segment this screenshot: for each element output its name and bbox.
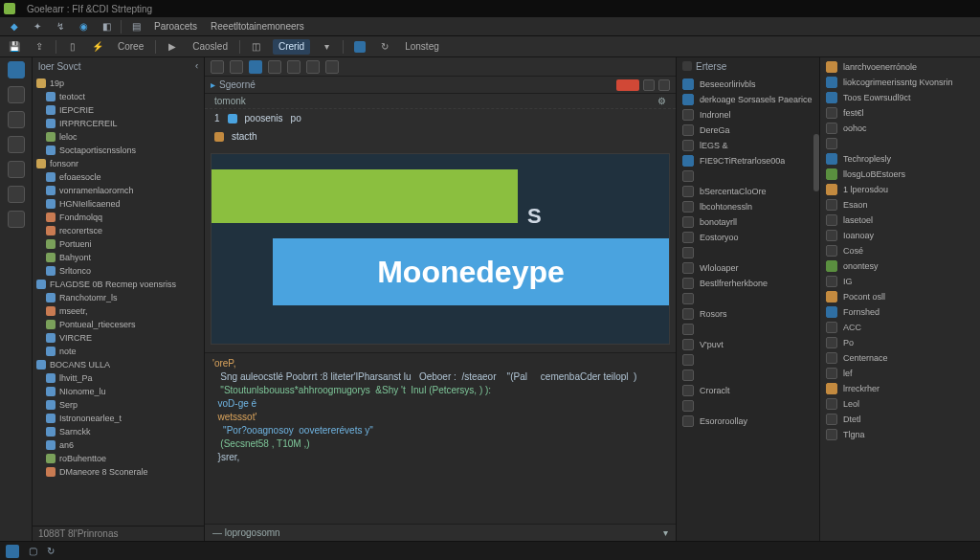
outline-item[interactable]: Esororoollay [677, 414, 819, 429]
tree-item[interactable]: Ranchotomr_ls [33, 291, 204, 304]
sq-icon[interactable] [351, 39, 368, 55]
outline-item[interactable]: Rosors [677, 306, 819, 322]
outline-item[interactable]: bonotayrll [677, 214, 819, 230]
inspector-item[interactable]: Tlgna [820, 427, 980, 442]
tree-item[interactable]: NIonome_lu [33, 385, 204, 398]
inspector-item[interactable]: Centernace [820, 350, 980, 366]
activity-7-icon[interactable] [8, 211, 25, 228]
tree-item[interactable]: an6 [33, 438, 204, 452]
tool-label-1[interactable]: Coree [114, 41, 147, 52]
ed-btn-7[interactable] [325, 60, 339, 74]
status-icon-1[interactable] [6, 545, 19, 558]
activity-search-icon[interactable] [8, 86, 25, 103]
inspector-item[interactable]: lasetoel [820, 213, 980, 228]
outline-item[interactable]: Croraclt [677, 383, 819, 398]
inspector-item[interactable] [820, 136, 980, 151]
tree-item[interactable]: Istrononearlee_t [33, 412, 204, 425]
tool-label-3[interactable]: Lonsteg [401, 41, 443, 52]
activity-scm-icon[interactable] [8, 111, 25, 128]
inspector-item[interactable]: Dtetl [820, 412, 980, 427]
outline-item[interactable] [677, 245, 819, 260]
code-editor[interactable]: 'oreP, Sng auleocstlé Poobrrt :8 liteter… [205, 352, 676, 524]
tree-item[interactable]: Bahyont [33, 251, 204, 264]
tree-item[interactable]: VIRCRE [33, 331, 204, 345]
menu-btn-1[interactable]: ✦ [27, 19, 48, 34]
inspector-item[interactable]: liokcogrimeerissntg Kvonsrin [820, 75, 980, 90]
run-icon[interactable]: ▶ [164, 39, 181, 55]
tree-item[interactable]: fonsonr [33, 157, 204, 170]
inspector-item[interactable]: 1 lperosdou [820, 182, 980, 197]
inspector-item[interactable]: Cosé [820, 243, 980, 258]
outline-list[interactable]: Beseeorlirivblsderkoage Sorsasels Paeari… [677, 75, 819, 541]
tree-item[interactable]: note [33, 345, 204, 358]
outline-item[interactable] [677, 291, 819, 306]
more-tab-icon[interactable] [658, 79, 670, 91]
outline-item[interactable]: lEGS & [677, 138, 819, 153]
outline-item[interactable]: Beseeorlirivbls [677, 77, 819, 92]
inspector-item[interactable]: Pocont osll [820, 289, 980, 304]
menu-btn-3[interactable]: ◉ [73, 19, 94, 34]
tree-item[interactable]: Pontueal_rtiecesers [33, 318, 204, 331]
outline-item[interactable]: derkoage Sorsasels Paearice [677, 92, 819, 107]
ed-btn-1[interactable] [211, 60, 224, 74]
tree-item[interactable]: vonramenlaorornch [33, 184, 204, 197]
inspector-item[interactable]: onontesy [820, 258, 980, 274]
tree-item[interactable]: Serp [33, 398, 204, 412]
outline-item[interactable]: FIE9CTiRetrarlose00a [677, 153, 819, 168]
gear-icon[interactable]: ⚙ [657, 96, 666, 106]
menu-btn-2[interactable]: ↯ [50, 19, 71, 34]
tree-item[interactable]: roBuhenttoe [33, 452, 204, 465]
inspector-item[interactable]: llosgLoBEstoers [820, 167, 980, 182]
activity-explorer-icon[interactable] [8, 61, 25, 78]
inspector-list[interactable]: lanrchvoenerrónoleliokcogrimeerissntg Kv… [820, 57, 980, 541]
activity-6-icon[interactable] [8, 186, 25, 203]
inspector-item[interactable]: Toos Eowrsudl9ct [820, 90, 980, 105]
cube-icon[interactable]: ◫ [248, 39, 265, 55]
tree-item[interactable]: recorertsce [33, 224, 204, 237]
inspector-item[interactable]: oohoc [820, 121, 980, 136]
outline-item[interactable]: Wloloaper [677, 260, 819, 276]
tab-name[interactable]: Sgeorné [219, 79, 256, 90]
tree-item[interactable]: teotoct [33, 90, 204, 103]
inspector-item[interactable]: lrreckrher [820, 381, 980, 396]
caret-icon[interactable]: ▾ [663, 527, 668, 538]
outline-item[interactable]: lbcohtonessln [677, 199, 819, 214]
inspector-item[interactable]: Fornshed [820, 304, 980, 320]
file-icon[interactable]: ▯ [64, 39, 81, 55]
inspector-item[interactable]: lanrchvoenerrónole [820, 59, 980, 75]
outline-item[interactable]: Indronel [677, 107, 819, 123]
close-tab-icon[interactable] [643, 79, 655, 91]
bolt-icon[interactable]: ⚡ [89, 39, 106, 55]
scrollbar-thumb[interactable] [813, 134, 819, 191]
outline-item[interactable]: DereGa [677, 123, 819, 138]
inspector-item[interactable]: ACC [820, 320, 980, 335]
inspector-item[interactable]: lef [820, 366, 980, 381]
menu-label-1[interactable]: Paroacets [148, 21, 203, 32]
tree-item[interactable]: Fondmolqq [33, 211, 204, 224]
ed-btn-4[interactable] [268, 60, 281, 74]
tree-item[interactable]: Sarnckk [33, 425, 204, 438]
inspector-item[interactable]: fest€l [820, 105, 980, 121]
inspector-item[interactable]: Po [820, 335, 980, 350]
tool-label-2[interactable]: Caosled [189, 41, 232, 52]
inspector-item[interactable]: Esaon [820, 197, 980, 213]
inspector-item[interactable]: IG [820, 274, 980, 289]
tree-item[interactable]: 19p [33, 77, 204, 90]
tree-item[interactable]: lhvitt_Pa [33, 371, 204, 385]
tree-item[interactable]: IRPRRCEREIL [33, 117, 204, 130]
preview-canvas[interactable]: S Moonedeype [211, 153, 670, 345]
tree-item[interactable]: IEPCRIE [33, 103, 204, 117]
outline-item[interactable] [677, 168, 819, 184]
export-icon[interactable]: ⇪ [31, 39, 48, 55]
inspector-item[interactable]: Ioanoay [820, 228, 980, 243]
outline-item[interactable]: Eostoryoo [677, 230, 819, 245]
outline-item[interactable] [677, 352, 819, 368]
activity-ext-icon[interactable] [8, 161, 25, 178]
outline-item[interactable]: bSercentaCloOre [677, 184, 819, 199]
outline-item[interactable]: Bestlfrerherkbone [677, 276, 819, 291]
explorer-tree[interactable]: 19pteotoctIEPCRIEIRPRRCEREILlelocSoctapo… [33, 75, 204, 526]
chevron-down-icon[interactable]: ▾ [318, 39, 335, 55]
refresh-icon[interactable]: ↻ [376, 39, 393, 55]
error-badge[interactable] [616, 79, 639, 91]
outline-item[interactable] [677, 398, 819, 414]
